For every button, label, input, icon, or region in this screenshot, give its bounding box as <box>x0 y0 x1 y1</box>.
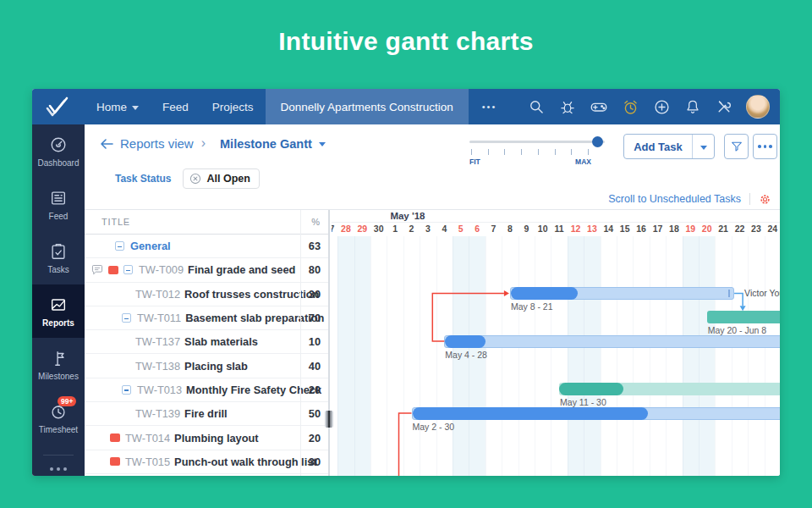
panel-splitter-handle[interactable] <box>325 411 333 428</box>
bar-end-handle[interactable] <box>728 290 730 297</box>
task-title[interactable]: Slab materials <box>184 335 258 348</box>
collapse-icon[interactable] <box>122 385 131 395</box>
tasks-icon <box>49 242 68 261</box>
view-selector[interactable]: Milestone Gantt <box>220 137 326 151</box>
add-task-label: Add Task <box>624 141 692 153</box>
zoom-slider[interactable]: FIT MAX <box>469 136 605 166</box>
remove-filter-icon[interactable] <box>189 173 201 185</box>
app-logo[interactable] <box>32 89 85 124</box>
table-row[interactable]: TW-T015Punch-out walk through list30 <box>85 450 328 474</box>
task-title[interactable]: Plumbing layout <box>174 432 259 444</box>
slider-track[interactable] <box>469 141 605 143</box>
filter-label[interactable]: Task Status <box>115 173 171 185</box>
settings-gear-icon[interactable] <box>759 193 771 206</box>
column-percent[interactable]: % <box>311 217 320 227</box>
table-row[interactable]: TW-T138Placing slab40 <box>85 354 328 378</box>
page-title: Intuitive gantt charts <box>0 27 812 56</box>
collapse-icon[interactable] <box>115 241 124 251</box>
back-link[interactable]: Reports view <box>100 136 194 151</box>
collapse-icon[interactable] <box>122 313 131 323</box>
alarm-icon[interactable] <box>621 97 639 116</box>
task-title[interactable]: Placing slab <box>184 360 248 373</box>
games-icon[interactable] <box>590 97 608 116</box>
bar-may4-28[interactable] <box>444 335 780 348</box>
month-row: May '18 <box>332 210 780 223</box>
nav-item-feed[interactable]: Feed <box>151 89 200 124</box>
table-row[interactable]: General63 <box>85 235 328 258</box>
bar-may11-30[interactable] <box>559 383 780 395</box>
table-row[interactable]: TW-T011Basement slab preparation70 <box>85 306 328 330</box>
tools-icon[interactable] <box>715 97 733 116</box>
table-row[interactable]: TW-T014Plumbing layout20 <box>85 426 328 450</box>
task-percent: 63 <box>309 240 321 252</box>
bar-may8-21[interactable] <box>510 287 734 300</box>
sidebar-item-milestones[interactable]: Milestones <box>32 338 85 391</box>
add-icon[interactable] <box>652 97 671 116</box>
add-task-dropdown[interactable] <box>692 135 714 158</box>
sidebar-item-reports[interactable]: Reports <box>32 284 85 338</box>
task-table: TITLE % General63TW-T009Final grade and … <box>85 210 330 476</box>
more-options-button[interactable] <box>753 134 777 159</box>
day-tick: 30 <box>370 224 387 234</box>
table-row[interactable]: TW-T139Fire drill50 <box>85 402 328 426</box>
bar-may2-30[interactable] <box>412 407 781 420</box>
sidebar-item-label: Tasks <box>47 265 69 274</box>
sidebar-more-icon[interactable] <box>32 467 85 471</box>
nav-item-projects[interactable]: Projects <box>200 89 266 124</box>
link-row: Scroll to Unscheduled Tasks <box>608 190 771 207</box>
collapse-icon[interactable] <box>123 265 133 274</box>
column-title[interactable]: TITLE <box>102 217 130 227</box>
sidebar-item-tasks[interactable]: Tasks <box>32 231 85 284</box>
task-title[interactable]: Punch-out walk through list <box>174 456 316 468</box>
filter-chip[interactable]: All Open <box>183 168 259 189</box>
ellipsis-icon <box>758 145 772 148</box>
comment-icon[interactable] <box>91 265 103 275</box>
day-tick: 7 <box>486 224 502 234</box>
slider-ticks <box>469 149 605 156</box>
sidebar-item-feed[interactable]: Feed <box>32 178 85 231</box>
back-arrow-icon <box>100 139 113 149</box>
bug-icon[interactable] <box>558 97 577 116</box>
table-row[interactable]: TW-T137Slab materials10 <box>85 330 328 354</box>
task-id: TW-T137 <box>135 335 180 348</box>
day-tick: 12 <box>568 224 584 234</box>
weekend-shade <box>699 236 715 476</box>
task-title[interactable]: Final grade and seed <box>188 263 295 276</box>
chevron-down-icon <box>132 106 139 110</box>
sidebar-item-label: Reports <box>42 318 74 328</box>
chevron-down-icon <box>319 142 326 146</box>
sidebar-item-dashboard[interactable]: Dashboard <box>32 124 85 178</box>
sidebar-item-timesheet[interactable]: 99+Timesheet <box>32 391 85 444</box>
task-title[interactable]: Basement slab preparation <box>185 312 324 324</box>
bell-icon[interactable] <box>683 97 702 116</box>
task-title[interactable]: Roof trusses construction <box>184 288 319 301</box>
table-row[interactable]: TW-T013Monthly Fire Safety Check20 <box>85 378 328 402</box>
day-tick: 8 <box>502 224 518 234</box>
task-id: TW-T138 <box>135 360 180 373</box>
active-project-tab[interactable]: Donnelly Apartments Construction <box>266 89 469 124</box>
add-task-button[interactable]: Add Task <box>623 134 715 159</box>
task-id: TW-T139 <box>135 407 180 420</box>
day-tick: 21 <box>715 224 732 234</box>
gantt-grid: TITLE % General63TW-T009Final grade and … <box>85 209 780 476</box>
more-projects-icon[interactable]: ••• <box>469 89 511 124</box>
task-title[interactable]: Monthly Fire Safety Check <box>186 384 321 396</box>
assignee-label: Victor Youn <box>744 288 780 298</box>
filter-button[interactable] <box>724 134 749 159</box>
progress-fill <box>413 407 648 420</box>
task-percent: 70 <box>309 312 321 324</box>
task-id: TW-T011 <box>137 312 181 324</box>
timesheet-badge: 99+ <box>58 396 76 407</box>
task-title[interactable]: Fire drill <box>184 407 228 420</box>
table-row[interactable]: TW-T009Final grade and seed80 <box>85 258 328 282</box>
slider-handle[interactable] <box>592 136 603 147</box>
day-tick: 19 <box>682 224 699 234</box>
table-row[interactable]: TW-T012Roof trusses construction30 <box>85 283 328 306</box>
user-avatar[interactable] <box>746 95 770 119</box>
scroll-unscheduled-link[interactable]: Scroll to Unscheduled Tasks <box>608 193 741 205</box>
task-title[interactable]: General <box>130 240 171 252</box>
search-icon[interactable] <box>527 97 546 116</box>
bar-may20-jun8[interactable] <box>707 311 780 323</box>
nav-item-home[interactable]: Home <box>85 89 151 124</box>
logo-checkmarks-icon <box>44 95 73 119</box>
